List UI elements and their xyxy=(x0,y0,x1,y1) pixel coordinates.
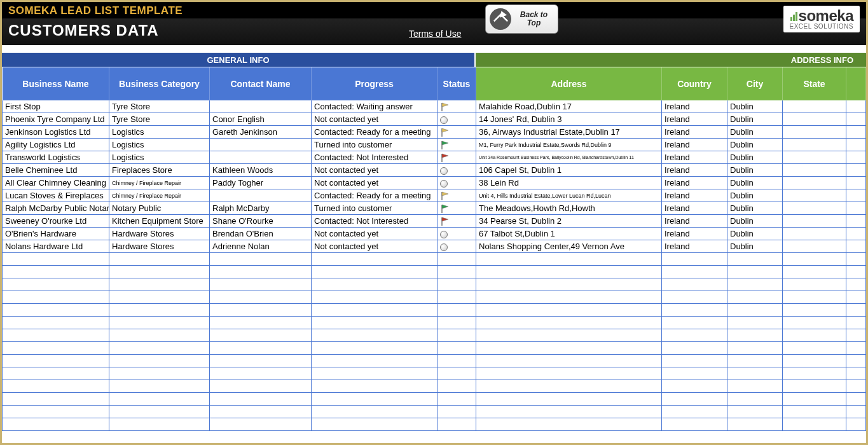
cell-status[interactable] xyxy=(437,189,476,202)
col-status[interactable]: Status xyxy=(437,67,476,100)
col-business-category[interactable]: Business Category xyxy=(109,67,210,100)
empty-cell[interactable] xyxy=(210,291,312,304)
cell-progress[interactable]: Not contacted yet xyxy=(312,177,437,189)
empty-cell[interactable] xyxy=(109,367,210,380)
table-row[interactable]: Transworld LogisticsLogisticsContacted: … xyxy=(3,151,866,164)
cell-state[interactable] xyxy=(783,139,846,151)
empty-cell[interactable] xyxy=(783,342,846,355)
empty-cell[interactable] xyxy=(437,342,476,355)
empty-cell[interactable] xyxy=(109,418,210,431)
empty-cell[interactable] xyxy=(727,253,783,266)
empty-cell[interactable] xyxy=(109,355,210,367)
empty-cell[interactable] xyxy=(312,342,437,355)
cell-business-name[interactable]: Nolans Hardware Ltd xyxy=(3,240,109,253)
col-city[interactable]: City xyxy=(727,67,783,100)
empty-cell[interactable] xyxy=(476,266,662,278)
empty-cell[interactable] xyxy=(846,304,866,317)
empty-cell[interactable] xyxy=(846,266,866,278)
cell-business-category[interactable]: Notary Public xyxy=(109,202,210,215)
empty-cell[interactable] xyxy=(783,380,846,393)
empty-cell[interactable] xyxy=(662,342,727,355)
table-row[interactable]: Belle Cheminee LtdFireplaces StoreKathle… xyxy=(3,164,866,177)
empty-cell[interactable] xyxy=(437,380,476,393)
cell-country[interactable]: Ireland xyxy=(662,215,727,228)
empty-cell[interactable] xyxy=(312,329,437,342)
empty-cell[interactable] xyxy=(783,253,846,266)
empty-cell[interactable] xyxy=(783,329,846,342)
empty-cell[interactable] xyxy=(437,406,476,418)
empty-cell[interactable] xyxy=(312,266,437,278)
empty-cell[interactable] xyxy=(727,304,783,317)
empty-cell[interactable] xyxy=(662,393,727,406)
table-row[interactable] xyxy=(3,329,866,342)
empty-cell[interactable] xyxy=(662,317,727,329)
empty-cell[interactable] xyxy=(662,355,727,367)
empty-cell[interactable] xyxy=(727,355,783,367)
empty-cell[interactable] xyxy=(210,278,312,291)
empty-cell[interactable] xyxy=(109,342,210,355)
cell-contact-name[interactable]: Paddy Togher xyxy=(210,177,312,189)
empty-cell[interactable] xyxy=(846,393,866,406)
cell-extra[interactable] xyxy=(846,164,866,177)
col-progress[interactable]: Progress xyxy=(312,67,437,100)
table-row[interactable] xyxy=(3,304,866,317)
cell-status[interactable] xyxy=(437,215,476,228)
cell-city[interactable]: Dublin xyxy=(727,202,783,215)
empty-cell[interactable] xyxy=(476,253,662,266)
empty-cell[interactable] xyxy=(210,317,312,329)
table-row[interactable] xyxy=(3,342,866,355)
empty-cell[interactable] xyxy=(783,406,846,418)
empty-cell[interactable] xyxy=(3,329,109,342)
cell-status[interactable] xyxy=(437,240,476,253)
cell-status[interactable] xyxy=(437,139,476,151)
cell-progress[interactable]: Contacted: Ready for a meeting xyxy=(312,189,437,202)
table-row[interactable] xyxy=(3,380,866,393)
cell-progress[interactable]: Not contacted yet xyxy=(312,240,437,253)
empty-cell[interactable] xyxy=(662,291,727,304)
empty-cell[interactable] xyxy=(437,393,476,406)
empty-cell[interactable] xyxy=(846,355,866,367)
cell-country[interactable]: Ireland xyxy=(662,139,727,151)
cell-address[interactable]: Unit 4, Hills Industrial Estate,Lower Lu… xyxy=(476,189,662,202)
cell-state[interactable] xyxy=(783,151,846,164)
empty-cell[interactable] xyxy=(312,380,437,393)
cell-city[interactable]: Dublin xyxy=(727,215,783,228)
empty-cell[interactable] xyxy=(109,329,210,342)
empty-cell[interactable] xyxy=(783,304,846,317)
empty-cell[interactable] xyxy=(109,393,210,406)
cell-state[interactable] xyxy=(783,164,846,177)
empty-cell[interactable] xyxy=(727,380,783,393)
empty-cell[interactable] xyxy=(437,418,476,431)
cell-extra[interactable] xyxy=(846,228,866,240)
empty-cell[interactable] xyxy=(783,367,846,380)
col-country[interactable]: Country xyxy=(662,67,727,100)
cell-status[interactable] xyxy=(437,177,476,189)
cell-extra[interactable] xyxy=(846,139,866,151)
cell-contact-name[interactable] xyxy=(210,151,312,164)
cell-contact-name[interactable]: Gareth Jenkinson xyxy=(210,126,312,139)
cell-contact-name[interactable] xyxy=(210,100,312,113)
empty-cell[interactable] xyxy=(727,291,783,304)
empty-cell[interactable] xyxy=(783,291,846,304)
cell-contact-name[interactable]: Shane O'Rourke xyxy=(210,215,312,228)
table-row[interactable]: Nolans Hardware LtdHardware StoresAdrien… xyxy=(3,240,866,253)
cell-business-name[interactable]: Ralph McDarby Public Notary xyxy=(3,202,109,215)
cell-country[interactable]: Ireland xyxy=(662,189,727,202)
cell-contact-name[interactable]: Kathleen Woods xyxy=(210,164,312,177)
empty-cell[interactable] xyxy=(727,278,783,291)
empty-cell[interactable] xyxy=(662,304,727,317)
empty-cell[interactable] xyxy=(312,355,437,367)
empty-cell[interactable] xyxy=(3,342,109,355)
cell-business-name[interactable]: All Clear Chimney Cleaning xyxy=(3,177,109,189)
cell-address[interactable]: 106 Capel St, Dublin 1 xyxy=(476,164,662,177)
cell-state[interactable] xyxy=(783,189,846,202)
empty-cell[interactable] xyxy=(476,304,662,317)
empty-cell[interactable] xyxy=(312,367,437,380)
empty-cell[interactable] xyxy=(437,291,476,304)
empty-cell[interactable] xyxy=(109,380,210,393)
table-row[interactable] xyxy=(3,266,866,278)
table-row[interactable] xyxy=(3,393,866,406)
empty-cell[interactable] xyxy=(476,329,662,342)
cell-state[interactable] xyxy=(783,215,846,228)
table-row[interactable]: Sweeney O'rourke LtdKitchen Equipment St… xyxy=(3,215,866,228)
